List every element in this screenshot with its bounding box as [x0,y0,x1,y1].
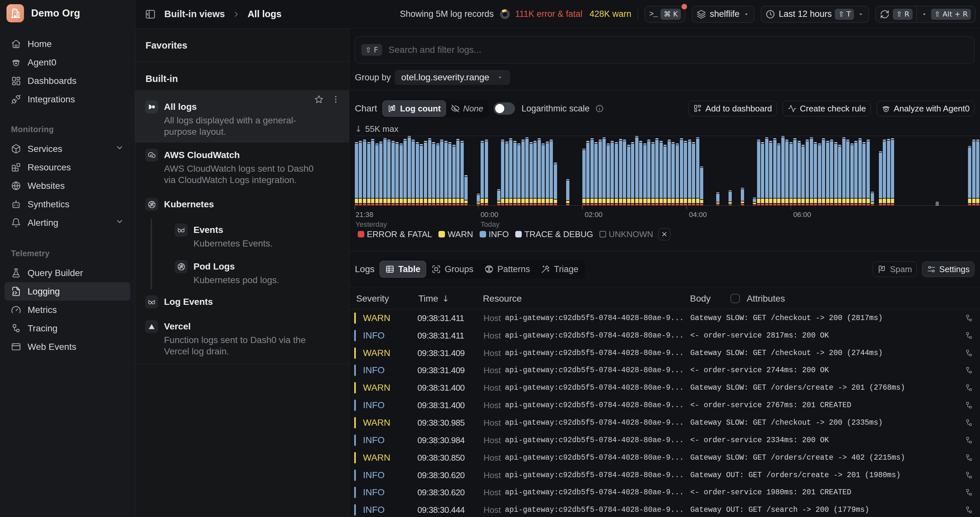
builtin-section[interactable]: Built-in [145,73,178,84]
view-item-log-events[interactable]: Log Events [145,295,343,308]
tab-patterns[interactable]: Patterns [479,261,536,278]
resource-name: api-gateway:c92db5f5-0784-4028-80ae-9... [505,436,684,444]
legend-label: INFO [489,229,509,239]
sidebar-item-dashboards[interactable]: Dashboards [0,71,135,90]
log-row[interactable]: INFO09:38:30.984Hostapi-gateway:c92db5f5… [349,431,980,449]
caret-down-icon [496,74,504,81]
kebab-menu-icon[interactable] [331,95,340,106]
bar-segment-w [399,198,403,203]
create-check-rule-button[interactable]: Create check rule [783,101,871,116]
column-header-body[interactable]: Body [690,287,711,310]
legend-item-error-fatal[interactable]: ERROR & FATAL [358,229,432,239]
bar-segment-t [814,142,817,143]
column-header-resource[interactable]: Resource [483,287,522,310]
sliders-icon [927,265,936,274]
open-trace-icon[interactable] [965,471,973,479]
view-item-vercel[interactable]: Vercel Function logs sent to Dash0 via t… [145,320,343,357]
column-header-time[interactable]: Time ↓ [418,287,449,310]
sidebar-item-agent0[interactable]: Agent0 [0,53,135,71]
tab-table[interactable]: Table [380,261,426,278]
view-item-all-logs[interactable]: All logs All logs displayed with a gener… [145,100,343,137]
legend-label: ERROR & FATAL [367,229,432,239]
legend-item-warn[interactable]: WARN [439,229,473,239]
open-trace-icon[interactable] [965,349,973,357]
open-trace-icon[interactable] [965,314,973,322]
command-palette-button[interactable]: >_ ⌘ K [644,6,686,23]
analyze-with-agent-button[interactable]: Analyze with Agent0 [877,101,975,116]
column-header-severity[interactable]: Severity [356,287,389,310]
tab-triage[interactable]: Triage [535,261,584,278]
legend-item-trace-debug[interactable]: TRACE & DEBUG [515,229,593,239]
sidebar-item-web-events[interactable]: Web Events [0,338,135,356]
dataset-selector-button[interactable]: shelflife [692,6,754,23]
log-row[interactable]: INFO09:38:30.444Hostapi-gateway:c92db5f5… [349,501,980,517]
log-row[interactable]: INFO09:38:31.411Hostapi-gateway:c92db5f5… [349,327,980,344]
open-trace-icon[interactable] [965,488,973,496]
view-item-k8s-events[interactable]: Events Kubernetes Events. [175,224,343,249]
star-icon[interactable] [314,95,324,106]
view-item-kubernetes[interactable]: Kubernetes [145,198,343,211]
open-trace-icon[interactable] [965,366,973,374]
legend-item-info[interactable]: INFO [480,229,509,239]
warn-count[interactable]: 428K warn [590,9,631,19]
settings-button[interactable]: Settings [922,262,975,277]
spam-button[interactable]: Spam [873,262,917,277]
goggles-icon [175,224,188,236]
bar-segment-t [789,142,793,143]
log-scale-label: Logarithmic scale [522,104,590,114]
open-trace-icon[interactable] [965,384,973,392]
log-count-chart[interactable] [355,136,980,205]
log-row[interactable]: INFO09:38:31.409Hostapi-gateway:c92db5f5… [349,362,980,379]
open-trace-icon[interactable] [965,401,973,409]
chip-log-count[interactable]: Log count [382,100,446,117]
attributes-checkbox[interactable] [730,294,740,303]
view-item-aws-cloudwatch[interactable]: AWS CloudWatch AWS CloudWatch logs sent … [145,149,343,186]
sidebar-item-services[interactable]: Services [0,140,135,158]
bar-segment-i [676,145,679,198]
sidebar-item-websites[interactable]: Websites [0,176,135,195]
bar-segment-w [830,198,833,203]
sidebar-item-integrations[interactable]: Integrations [0,90,135,108]
open-trace-icon[interactable] [965,419,973,427]
info-icon[interactable] [595,104,604,113]
group-by-select[interactable]: otel.log.severity.range [395,70,510,85]
sidebar-item-home[interactable]: Home [0,35,135,53]
log-row[interactable]: INFO09:38:31.400Hostapi-gateway:c92db5f5… [349,396,980,414]
error-count[interactable]: 111K error & fatal [515,9,582,19]
time-range-button[interactable]: Last 12 hours ⇧ T [761,6,869,23]
legend-item-unknown[interactable]: UNKNOWN [600,229,653,239]
sidebar-collapse-icon[interactable] [145,9,156,20]
sidebar-item-query-builder[interactable]: Query Builder [0,264,135,282]
sidebar-item-metrics[interactable]: Metrics [0,301,135,319]
sidebar-item-resources[interactable]: Resources [0,158,135,176]
caret-down-icon[interactable] [921,11,928,18]
tab-groups[interactable]: Groups [426,261,479,278]
log-row[interactable]: INFO09:38:30.620Hostapi-gateway:c92db5f5… [349,484,980,501]
log-row[interactable]: WARN09:38:31.400Hostapi-gateway:c92db5f5… [349,379,980,396]
log-row[interactable]: WARN09:38:30.850Hostapi-gateway:c92db5f5… [349,449,980,466]
sidebar-item-logging[interactable]: Logging [5,282,130,301]
log-row[interactable]: INFO09:38:30.620Hostapi-gateway:c92db5f5… [349,466,980,484]
sidebar-item-alerting[interactable]: Alerting [0,214,135,232]
breadcrumb-section[interactable]: Built-in views [164,9,225,19]
log-row[interactable]: WARN09:38:30.985Hostapi-gateway:c92db5f5… [349,414,980,431]
org-switcher[interactable]: Demo Org [0,0,135,22]
sidebar-item-tracing[interactable]: Tracing [0,319,135,338]
open-trace-icon[interactable] [965,454,973,462]
search-input[interactable]: ⇧ F Search and filter logs... [355,36,975,63]
open-trace-icon[interactable] [965,331,973,340]
open-trace-icon[interactable] [965,436,973,444]
log-row[interactable]: WARN09:38:31.409Hostapi-gateway:c92db5f5… [349,344,980,362]
refresh-button-group[interactable]: ⇧ R ⇧ Alt + R [875,6,975,23]
view-item-k8s-pod-logs[interactable]: Pod Logs Kubernetes pod logs. [175,260,343,286]
open-trace-icon[interactable] [965,506,973,514]
log-scale-toggle[interactable] [493,102,515,115]
log-body: Gateway SLOW: GET /orders/create -> 201 … [690,384,905,392]
legend-close-button[interactable] [658,228,670,240]
favorites-section[interactable]: Favorites [145,40,187,51]
chip-none[interactable]: None [446,100,488,117]
add-to-dashboard-button[interactable]: Add to dashboard [688,101,777,116]
sidebar-item-synthetics[interactable]: Synthetics [0,195,135,214]
log-row[interactable]: WARN09:38:31.411Hostapi-gateway:c92db5f5… [349,309,980,327]
bar-segment-w [412,198,415,203]
